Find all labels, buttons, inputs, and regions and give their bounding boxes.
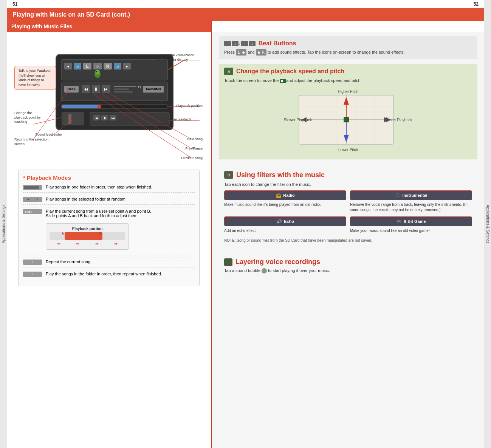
svg-text:⏸: ⏸ xyxy=(103,116,107,120)
filter-btn-instrumental[interactable]: 🎵 Instrumental xyxy=(350,190,472,200)
speed-title-row: ⊞ Change the playback speed and pitch xyxy=(224,68,472,75)
svg-point-36 xyxy=(98,105,101,108)
speed-title: Change the playback speed and pitch xyxy=(236,68,344,75)
page-numbers-row: 51 52 xyxy=(7,0,484,8)
svg-rect-76 xyxy=(344,117,349,122)
beat-buttons-body: Press L ● and ● R to add sound effects. … xyxy=(224,49,472,56)
header-title: Playing with Music on an SD Card (cont.) xyxy=(12,11,130,18)
filter-btn-echo[interactable]: 🔊 Echo xyxy=(224,216,346,226)
filter-grid: 📻 Radio Make music sound like it's being… xyxy=(224,190,472,233)
beat-buttons-title: Beat Buttons xyxy=(259,40,296,47)
callout-next-song: Next song xyxy=(187,137,203,142)
svg-text:⏮: ⏮ xyxy=(95,116,98,120)
portion-bar: A B xyxy=(50,232,125,240)
mode-row-sequential: Play songs in one folder in order, then … xyxy=(23,185,195,193)
mode-desc-random: Play songs in the selected folder at ran… xyxy=(46,197,127,201)
playback-speed-section: ⊞ Change the playback speed and pitch To… xyxy=(219,64,477,159)
mode-desc-ab: Play the current song from a user-set po… xyxy=(46,209,151,218)
svg-text:⊙: ⊙ xyxy=(116,65,119,68)
filter-item-8bit: 🎮 8-Bit Game Make your music sound like … xyxy=(350,216,472,233)
mode-row-repeat-one: ↺ Repeat the current song. xyxy=(23,260,195,267)
beat-buttons-title-row: ♩ ♫ / ♩ ♫ xyxy=(224,40,472,47)
layering-body: Tap a sound bubble to start playing it o… xyxy=(224,268,472,273)
beat-icon-3: ♩ xyxy=(241,41,248,46)
left-column: Playing with Music Files ◄ xyxy=(7,21,211,448)
mode-icon-repeat-all: ↻ xyxy=(23,272,42,277)
mode-icon-repeat-one: ↺ xyxy=(23,260,42,265)
main-header: Playing with Music on an SD Card (cont.) xyxy=(7,8,484,21)
beat-icon-4: ♫ xyxy=(249,41,256,46)
svg-rect-29 xyxy=(114,88,129,90)
filter-desc-echo: Add an echo effect. xyxy=(224,228,346,233)
filter-btn-8bit[interactable]: 🎮 8-Bit Game xyxy=(350,216,472,226)
filters-icon: ⊟ xyxy=(224,171,233,179)
beat-btn-left[interactable]: L ● xyxy=(236,49,246,56)
callout-play-pause: Play/Pause xyxy=(185,147,203,151)
svg-text:⏸: ⏸ xyxy=(94,87,98,92)
mode-row-ab: ◄AB► Play the current song from a user-s… xyxy=(23,209,195,255)
left-side-label: Applications & Settings xyxy=(0,0,7,448)
right-content-area: ♩ ♫ / ♩ ♫ xyxy=(212,32,484,448)
beat-btn-right[interactable]: ● R xyxy=(256,49,266,56)
beat-icon-1: ♩ xyxy=(224,41,231,46)
layering-title-row: Layering voice recordings xyxy=(224,258,472,266)
beat-icon-2: ♫ xyxy=(232,41,239,46)
main-content: 51 52 Playing with Music on an SD Card (… xyxy=(7,0,484,448)
speed-pitch-diagram: Higher Pitch Lower Pitch Slower Playback… xyxy=(284,88,412,152)
left-subheader: Playing with Music Files xyxy=(7,21,211,32)
left-content-area: ◄ ⊙ L ☺ R ⊙ ► xyxy=(7,32,211,448)
filter-desc-instrumental: Remove the vocal range from a track, lea… xyxy=(350,202,472,213)
callout-sound-slider: Sound level slider xyxy=(35,133,62,137)
layering-icon xyxy=(224,258,232,266)
portion-label: Playback portion xyxy=(49,227,125,231)
filter-desc-8bit: Make your music sound like an old video … xyxy=(350,228,472,233)
right-side-label: Applications & Settings xyxy=(484,0,491,448)
filter-item-radio: 📻 Radio Make music sound like it's being… xyxy=(224,190,346,213)
speed-description: Touch the screen to move the ■ and adjus… xyxy=(224,77,472,84)
mode-icon-ab: ◄AB► xyxy=(23,209,42,214)
svg-text:⏮: ⏮ xyxy=(84,87,88,92)
page-container: Applications & Settings 51 52 Playing wi… xyxy=(0,0,491,448)
divider-1 xyxy=(219,164,477,164)
left-page-num: 51 xyxy=(12,2,17,7)
svg-point-17 xyxy=(95,70,100,74)
svg-rect-30 xyxy=(114,91,133,93)
radio-icon: 📻 xyxy=(276,193,281,198)
svg-text:R: R xyxy=(106,64,109,68)
instrumental-icon: 🎵 xyxy=(395,193,400,198)
label-lower-pitch: Lower Pitch xyxy=(338,148,358,152)
mode-row-random: ⇌ ⤮ Play songs in the selected folder at… xyxy=(23,197,195,205)
svg-text:◄: ◄ xyxy=(67,65,70,68)
svg-text:☺: ☺ xyxy=(96,65,99,68)
callout-parakeet: Talk to your Parakeet (he'll show you al… xyxy=(14,66,56,90)
svg-text:►|: ►| xyxy=(138,85,141,88)
filters-title: Using filters with the music xyxy=(236,171,325,179)
callout-return-selection: Return to the selection screen xyxy=(14,137,52,146)
echo-icon: 🔊 xyxy=(276,219,282,224)
label-slower: Slower Playback xyxy=(284,117,312,122)
playback-modes-title: * Playback Modes xyxy=(23,175,195,181)
speed-icon: ⊞ xyxy=(224,68,233,75)
playback-modes-section: * Playback Modes Play songs in one folde… xyxy=(18,170,200,286)
callout-playback-mode: Change the playbackmode* xyxy=(159,117,203,126)
svg-rect-35 xyxy=(62,105,99,108)
mode-icon-random: ⇌ ⤮ xyxy=(23,197,42,202)
svg-rect-28 xyxy=(114,86,136,87)
filters-section: ⊟ Using filters with the music Tap each … xyxy=(219,167,477,247)
svg-text:⏭: ⏭ xyxy=(112,116,115,120)
svg-rect-37 xyxy=(62,112,84,125)
device-diagram: ◄ ⊙ L ☺ R ⊙ ► xyxy=(14,37,203,166)
filter-btn-radio[interactable]: 📻 Radio xyxy=(224,190,346,200)
playback-portion-diagram: Playback portion A B ⇐ ⇐ xyxy=(46,223,129,250)
callout-playback-pos: Playback position xyxy=(176,104,203,108)
portion-arrows: ⇐ ⇐ ⇒ ⇒ xyxy=(49,241,125,246)
callout-playback-point: Change theplayback point bytouching xyxy=(14,111,48,124)
svg-rect-1 xyxy=(62,59,167,80)
mode-desc-repeat-all: Play the songs in the folder in order, t… xyxy=(46,272,162,276)
svg-text:⏭: ⏭ xyxy=(104,87,108,92)
svg-text:Favorites: Favorites xyxy=(146,87,161,91)
svg-text:⊙: ⊙ xyxy=(76,65,79,68)
filter-item-echo: 🔊 Echo Add an echo effect. xyxy=(224,216,346,233)
label-faster: Faster Playback xyxy=(385,117,412,122)
beat-buttons-section: ♩ ♫ / ♩ ♫ xyxy=(219,36,477,59)
